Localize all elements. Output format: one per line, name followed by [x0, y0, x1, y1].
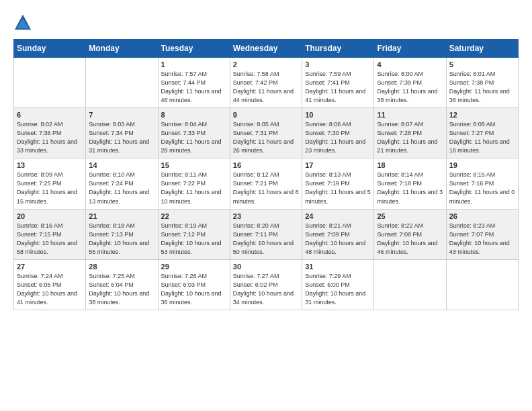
day-info: Sunrise: 8:13 AM Sunset: 7:19 PM Dayligh…: [305, 171, 371, 205]
day-number: 26: [449, 212, 515, 220]
day-number: 24: [305, 212, 371, 220]
calendar-cell: 16Sunrise: 8:12 AM Sunset: 7:21 PM Dayli…: [230, 158, 302, 209]
calendar-cell: 25Sunrise: 8:22 AM Sunset: 7:08 PM Dayli…: [374, 209, 446, 259]
calendar-cell: 17Sunrise: 8:13 AM Sunset: 7:19 PM Dayli…: [302, 158, 374, 209]
day-number: 29: [161, 263, 227, 271]
calendar-cell: 29Sunrise: 7:26 AM Sunset: 6:03 PM Dayli…: [158, 259, 230, 310]
calendar-cell: [86, 58, 158, 108]
calendar-cell: 2Sunrise: 7:58 AM Sunset: 7:42 PM Daylig…: [230, 58, 302, 108]
calendar-cell: 12Sunrise: 8:08 AM Sunset: 7:27 PM Dayli…: [446, 108, 518, 158]
day-info: Sunrise: 8:02 AM Sunset: 7:36 PM Dayligh…: [17, 120, 83, 155]
calendar-cell: 4Sunrise: 8:00 AM Sunset: 7:39 PM Daylig…: [374, 58, 446, 108]
calendar-week-row: 20Sunrise: 8:16 AM Sunset: 7:15 PM Dayli…: [14, 209, 519, 259]
calendar-cell: 6Sunrise: 8:02 AM Sunset: 7:36 PM Daylig…: [14, 108, 86, 158]
day-info: Sunrise: 8:20 AM Sunset: 7:11 PM Dayligh…: [233, 222, 299, 257]
calendar-cell: 1Sunrise: 7:57 AM Sunset: 7:44 PM Daylig…: [158, 58, 230, 108]
day-number: 3: [305, 60, 371, 68]
calendar-cell: 10Sunrise: 8:06 AM Sunset: 7:30 PM Dayli…: [302, 108, 374, 158]
weekday-header: Monday: [86, 40, 158, 58]
calendar-cell: 5Sunrise: 8:01 AM Sunset: 7:38 PM Daylig…: [446, 58, 518, 108]
day-info: Sunrise: 8:01 AM Sunset: 7:38 PM Dayligh…: [449, 70, 515, 105]
day-number: 23: [233, 212, 299, 220]
day-info: Sunrise: 8:00 AM Sunset: 7:39 PM Dayligh…: [377, 70, 443, 105]
day-number: 1: [161, 60, 227, 68]
day-number: 28: [89, 263, 154, 271]
day-info: Sunrise: 8:04 AM Sunset: 7:33 PM Dayligh…: [161, 120, 227, 155]
day-number: 5: [449, 60, 515, 68]
day-info: Sunrise: 7:25 AM Sunset: 6:04 PM Dayligh…: [89, 272, 154, 307]
day-number: 27: [17, 263, 83, 271]
calendar-cell: 30Sunrise: 7:27 AM Sunset: 6:02 PM Dayli…: [230, 259, 302, 310]
day-number: 11: [377, 111, 443, 119]
calendar-week-row: 6Sunrise: 8:02 AM Sunset: 7:36 PM Daylig…: [14, 108, 519, 158]
weekday-header-row: SundayMondayTuesdayWednesdayThursdayFrid…: [14, 40, 519, 58]
calendar-cell: 31Sunrise: 7:29 AM Sunset: 6:00 PM Dayli…: [302, 259, 374, 310]
day-number: 8: [161, 111, 227, 119]
calendar-cell: 8Sunrise: 8:04 AM Sunset: 7:33 PM Daylig…: [158, 108, 230, 158]
day-number: 10: [305, 111, 371, 119]
day-info: Sunrise: 8:05 AM Sunset: 7:31 PM Dayligh…: [233, 120, 299, 155]
day-number: 14: [89, 161, 154, 169]
day-number: 12: [449, 111, 515, 119]
day-info: Sunrise: 7:24 AM Sunset: 6:05 PM Dayligh…: [17, 272, 83, 307]
calendar-cell: 22Sunrise: 8:19 AM Sunset: 7:12 PM Dayli…: [158, 209, 230, 259]
day-number: 17: [305, 161, 371, 169]
day-info: Sunrise: 7:58 AM Sunset: 7:42 PM Dayligh…: [233, 70, 299, 105]
day-number: 19: [449, 161, 515, 169]
logo-icon: [13, 13, 32, 32]
calendar-cell: 9Sunrise: 8:05 AM Sunset: 7:31 PM Daylig…: [230, 108, 302, 158]
day-info: Sunrise: 8:22 AM Sunset: 7:08 PM Dayligh…: [377, 222, 443, 257]
calendar-cell: 21Sunrise: 8:18 AM Sunset: 7:13 PM Dayli…: [86, 209, 158, 259]
day-number: 9: [233, 111, 299, 119]
day-info: Sunrise: 7:27 AM Sunset: 6:02 PM Dayligh…: [233, 272, 299, 307]
day-info: Sunrise: 7:29 AM Sunset: 6:00 PM Dayligh…: [305, 272, 371, 307]
day-info: Sunrise: 8:14 AM Sunset: 7:18 PM Dayligh…: [377, 171, 443, 205]
weekday-header: Friday: [374, 40, 446, 58]
weekday-header: Tuesday: [158, 40, 230, 58]
day-number: 6: [17, 111, 83, 119]
day-info: Sunrise: 8:07 AM Sunset: 7:28 PM Dayligh…: [377, 120, 443, 155]
day-number: 25: [377, 212, 443, 220]
calendar-cell: [374, 259, 446, 310]
day-number: 22: [161, 212, 227, 220]
calendar-cell: 15Sunrise: 8:11 AM Sunset: 7:22 PM Dayli…: [158, 158, 230, 209]
day-number: 18: [377, 161, 443, 169]
day-info: Sunrise: 8:19 AM Sunset: 7:12 PM Dayligh…: [161, 222, 227, 257]
calendar-cell: 20Sunrise: 8:16 AM Sunset: 7:15 PM Dayli…: [14, 209, 86, 259]
calendar-cell: 27Sunrise: 7:24 AM Sunset: 6:05 PM Dayli…: [14, 259, 86, 310]
calendar-cell: 11Sunrise: 8:07 AM Sunset: 7:28 PM Dayli…: [374, 108, 446, 158]
day-number: 30: [233, 263, 299, 271]
calendar-week-row: 1Sunrise: 7:57 AM Sunset: 7:44 PM Daylig…: [14, 58, 519, 108]
weekday-header: Sunday: [14, 40, 86, 58]
day-number: 2: [233, 60, 299, 68]
day-info: Sunrise: 7:26 AM Sunset: 6:03 PM Dayligh…: [161, 272, 227, 307]
day-info: Sunrise: 8:12 AM Sunset: 7:21 PM Dayligh…: [233, 171, 299, 205]
calendar-cell: 23Sunrise: 8:20 AM Sunset: 7:11 PM Dayli…: [230, 209, 302, 259]
calendar-table: SundayMondayTuesdayWednesdayThursdayFrid…: [13, 39, 519, 310]
calendar-cell: 18Sunrise: 8:14 AM Sunset: 7:18 PM Dayli…: [374, 158, 446, 209]
day-info: Sunrise: 8:10 AM Sunset: 7:24 PM Dayligh…: [89, 171, 154, 205]
weekday-header: Saturday: [446, 40, 518, 58]
calendar-cell: [14, 58, 86, 108]
calendar-cell: 24Sunrise: 8:21 AM Sunset: 7:09 PM Dayli…: [302, 209, 374, 259]
day-info: Sunrise: 8:09 AM Sunset: 7:25 PM Dayligh…: [17, 171, 83, 205]
day-number: 15: [161, 161, 227, 169]
calendar-cell: 19Sunrise: 8:15 AM Sunset: 7:16 PM Dayli…: [446, 158, 518, 209]
day-info: Sunrise: 8:15 AM Sunset: 7:16 PM Dayligh…: [449, 171, 515, 205]
day-number: 13: [17, 161, 83, 169]
calendar-cell: 3Sunrise: 7:59 AM Sunset: 7:41 PM Daylig…: [302, 58, 374, 108]
calendar-week-row: 13Sunrise: 8:09 AM Sunset: 7:25 PM Dayli…: [14, 158, 519, 209]
day-info: Sunrise: 8:16 AM Sunset: 7:15 PM Dayligh…: [17, 222, 83, 257]
page-header: [13, 13, 519, 32]
day-number: 7: [89, 111, 154, 119]
calendar-cell: 26Sunrise: 8:23 AM Sunset: 7:07 PM Dayli…: [446, 209, 518, 259]
weekday-header: Wednesday: [230, 40, 302, 58]
day-info: Sunrise: 7:59 AM Sunset: 7:41 PM Dayligh…: [305, 70, 371, 105]
logo: [13, 13, 35, 32]
calendar-cell: 7Sunrise: 8:03 AM Sunset: 7:34 PM Daylig…: [86, 108, 158, 158]
day-info: Sunrise: 7:57 AM Sunset: 7:44 PM Dayligh…: [161, 70, 227, 105]
day-info: Sunrise: 8:23 AM Sunset: 7:07 PM Dayligh…: [449, 222, 515, 257]
day-info: Sunrise: 8:03 AM Sunset: 7:34 PM Dayligh…: [89, 120, 154, 155]
calendar-cell: 13Sunrise: 8:09 AM Sunset: 7:25 PM Dayli…: [14, 158, 86, 209]
calendar-week-row: 27Sunrise: 7:24 AM Sunset: 6:05 PM Dayli…: [14, 259, 519, 310]
